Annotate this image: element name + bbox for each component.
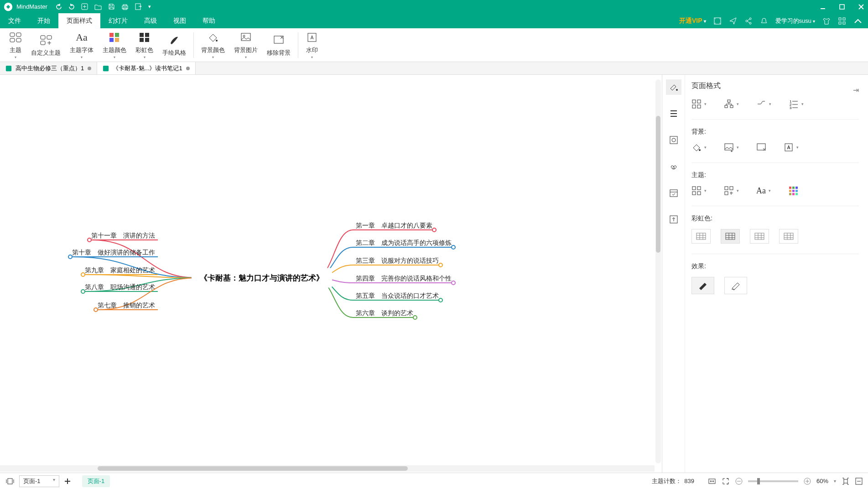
bg-fill[interactable]: ▾ xyxy=(691,142,707,152)
minimize-icon[interactable] xyxy=(820,4,826,10)
ribbon-bgimage[interactable]: 背景图片▾ xyxy=(229,28,262,62)
menu-page-style[interactable]: 页面样式 xyxy=(58,13,100,28)
theme-colorgrid[interactable] xyxy=(788,186,798,196)
theme-custom[interactable]: ▾ xyxy=(724,186,739,196)
node-toggle-dot[interactable] xyxy=(68,255,73,259)
menu-slideshow[interactable]: 幻灯片 xyxy=(100,13,136,28)
shirt-icon[interactable] xyxy=(822,17,831,25)
bg-watermark[interactable]: A▾ xyxy=(784,142,799,152)
mindmap-node[interactable]: 第十章 做好演讲的储备工作 xyxy=(72,249,155,257)
node-toggle-dot[interactable] xyxy=(451,281,456,285)
mindmap-node[interactable]: 第三章 说服对方的说话技巧 xyxy=(356,257,439,265)
center-icon[interactable] xyxy=(842,477,850,485)
mindmap-node[interactable]: 第四章 完善你的说话风格和个性 xyxy=(356,275,452,283)
node-toggle-dot[interactable] xyxy=(81,272,85,277)
node-toggle-dot[interactable] xyxy=(432,228,437,232)
collapse-ribbon-icon[interactable] xyxy=(853,18,863,24)
doctab-1[interactable]: 《卡耐基-魅...》读书笔记1 xyxy=(97,62,195,74)
rainbow-opt-2[interactable] xyxy=(721,229,740,244)
export-icon[interactable] xyxy=(135,3,142,10)
mindmap-node[interactable]: 第八章 职场沟通的艺术 xyxy=(85,283,155,291)
theme-font[interactable]: Aa▾ xyxy=(756,186,771,196)
qat-more-icon[interactable]: ▾ xyxy=(148,4,151,10)
ribbon-theme-font[interactable]: Aa 主题字体▾ xyxy=(65,28,98,62)
effect-handdrawn[interactable] xyxy=(724,277,747,294)
rainbow-opt-4[interactable] xyxy=(779,229,798,244)
send-icon[interactable] xyxy=(729,17,737,25)
node-toggle-dot[interactable] xyxy=(94,307,98,312)
page-chip[interactable]: 页面-1 xyxy=(82,475,110,487)
menu-advanced[interactable]: 高级 xyxy=(136,13,165,28)
rainbow-opt-3[interactable] xyxy=(750,229,769,244)
canvas[interactable]: 《卡耐基：魅力口才与演讲的艺术》 第一章 卓越口才的八要素第二章 成为说话高手的… xyxy=(0,75,662,473)
ribbon-watermark[interactable]: A 水印▾ xyxy=(301,28,323,62)
maximize-icon[interactable] xyxy=(839,4,845,10)
add-page-icon[interactable] xyxy=(64,478,71,485)
vip-button[interactable]: 开通VIP xyxy=(679,17,706,25)
ribbon-handdrawn[interactable]: 手绘风格 xyxy=(158,28,191,62)
bell-icon[interactable] xyxy=(760,17,768,25)
numbering-selector[interactable]: 123▾ xyxy=(789,99,804,109)
connector-selector[interactable]: ▾ xyxy=(756,99,771,109)
menu-view[interactable]: 视图 xyxy=(165,13,194,28)
rptab-outline[interactable] xyxy=(666,106,681,121)
mindmap-center[interactable]: 《卡耐基：魅力口才与演讲的艺术》 xyxy=(192,268,332,288)
ribbon-remove-bg[interactable]: 移除背景 xyxy=(262,28,295,62)
zoom-out-icon[interactable] xyxy=(735,478,743,485)
menu-start[interactable]: 开始 xyxy=(29,13,58,28)
rainbow-opt-1[interactable] xyxy=(691,229,711,244)
ribbon-rainbow[interactable]: 彩虹色▾ xyxy=(131,28,158,62)
new-icon[interactable] xyxy=(81,3,88,10)
node-toggle-dot[interactable] xyxy=(81,289,85,294)
layout-selector[interactable]: ▾ xyxy=(691,99,707,109)
ribbon-theme-color[interactable]: 主题颜色▾ xyxy=(98,28,131,62)
undo-icon[interactable] xyxy=(56,4,62,10)
page-selector[interactable]: 页面-1 xyxy=(19,475,59,487)
node-toggle-dot[interactable] xyxy=(87,238,92,242)
ribbon-theme[interactable]: 主题▾ xyxy=(5,28,26,62)
user-menu[interactable]: 爱学习的susu xyxy=(775,17,815,25)
ribbon-bgcolor[interactable]: 背景颜色▾ xyxy=(197,28,229,62)
fullscreen-icon[interactable] xyxy=(713,17,722,25)
menu-help[interactable]: 帮助 xyxy=(194,13,223,28)
horizontal-scrollbar[interactable] xyxy=(0,465,655,472)
menu-file[interactable]: 文件 xyxy=(0,13,29,28)
node-toggle-dot[interactable] xyxy=(438,298,443,302)
share-icon[interactable] xyxy=(744,17,753,25)
structure-selector[interactable]: ▾ xyxy=(724,99,739,109)
rptab-style[interactable] xyxy=(666,79,681,95)
open-icon[interactable] xyxy=(94,4,102,10)
redo-icon[interactable] xyxy=(68,4,75,10)
rptab-task[interactable] xyxy=(666,185,681,201)
rptab-icon[interactable] xyxy=(666,132,681,148)
mindmap-node[interactable]: 第六章 谈判的艺术 xyxy=(356,309,413,317)
mindmap-node[interactable]: 第五章 当众说话的口才艺术 xyxy=(356,292,439,300)
minus-box-icon[interactable] xyxy=(855,478,863,485)
apps-icon[interactable] xyxy=(838,17,846,25)
rptab-clip[interactable] xyxy=(666,159,681,174)
node-toggle-dot[interactable] xyxy=(451,245,456,250)
save-icon[interactable] xyxy=(108,3,115,10)
effect-normal[interactable] xyxy=(691,277,714,294)
mindmap-node[interactable]: 第一章 卓越口才的八要素 xyxy=(356,222,432,230)
ribbon-custom-theme[interactable]: 自定义主题 xyxy=(26,28,65,62)
slide-view-icon[interactable] xyxy=(5,478,15,485)
zoom-in-icon[interactable] xyxy=(804,478,811,485)
print-icon[interactable] xyxy=(121,4,129,10)
mindmap-node[interactable]: 第七章 推销的艺术 xyxy=(98,302,155,310)
node-toggle-dot[interactable] xyxy=(438,263,443,267)
node-toggle-dot[interactable] xyxy=(413,315,417,320)
bg-image[interactable]: ▾ xyxy=(724,142,739,152)
fit-page-icon[interactable] xyxy=(722,477,730,485)
mindmap-node[interactable]: 第九章 家庭相处的艺术 xyxy=(85,266,155,275)
theme-preset[interactable]: ▾ xyxy=(691,186,707,196)
zoom-slider[interactable] xyxy=(748,480,798,482)
rptab-export[interactable] xyxy=(666,212,681,227)
vertical-scrollbar[interactable] xyxy=(655,79,661,463)
mindmap-node[interactable]: 第十一章 演讲的方法 xyxy=(91,232,155,240)
doctab-0[interactable]: 高中生物必修三（重点）1 xyxy=(0,62,97,74)
rightpane-collapse-icon[interactable]: ⇥ xyxy=(853,86,859,94)
fit-width-icon[interactable] xyxy=(708,477,716,485)
bg-remove[interactable] xyxy=(756,142,766,152)
mindmap-node[interactable]: 第二章 成为说话高手的六项修炼 xyxy=(356,239,452,247)
